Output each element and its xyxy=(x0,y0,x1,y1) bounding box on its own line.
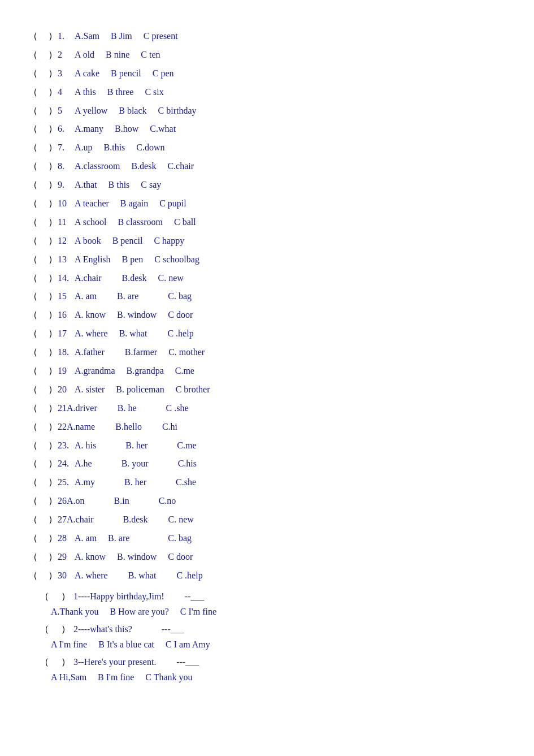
q-number: 12 xyxy=(58,233,75,248)
bracket-right: ） xyxy=(38,549,58,565)
bracket-left: （ xyxy=(28,270,38,287)
q-number: 24. xyxy=(58,456,75,471)
bracket-right: ） xyxy=(38,326,58,342)
q-content: A.father B.farmer C. mother xyxy=(75,344,506,360)
bracket-right: ） xyxy=(38,382,58,398)
question-row: （ ） 8. A.classroom B.desk C.chair xyxy=(28,158,506,175)
question-row: （ ） 1. A.Sam B Jim C present xyxy=(28,28,506,45)
question-row: （ ） 5 A yellow B black C birthday xyxy=(28,103,506,119)
bracket-right: ） xyxy=(38,270,58,287)
q-content: A. know B. window C door xyxy=(75,549,506,564)
bracket-left: （ xyxy=(28,177,38,193)
question-row: （ ） 17 A. where B. what C .help xyxy=(28,326,506,342)
question-row: （ ） 3 A cake B pencil C pen xyxy=(28,66,506,82)
bracket-right: ） xyxy=(38,307,58,323)
sub-q-prompt: 2----what's this? ---___ xyxy=(73,624,184,634)
question-row: （ ） 27A. chair B.desk C. new xyxy=(28,512,506,528)
q-number: 19 xyxy=(58,363,75,378)
bracket-left: （ xyxy=(28,140,38,156)
bracket-left: （ xyxy=(28,568,38,584)
bracket-right: ） xyxy=(38,438,58,454)
sub-question: （ ） 2----what's this? ---___ xyxy=(40,623,506,636)
bracket-left: （ xyxy=(28,158,38,175)
bracket-left: （ xyxy=(28,47,38,63)
bracket-left: （ xyxy=(28,196,38,212)
q-content: A this B three C six xyxy=(75,84,506,100)
bracket-left: （ xyxy=(28,307,38,323)
bracket-left: （ xyxy=(28,252,38,268)
q-content: A school B classroom C ball xyxy=(75,214,506,230)
bracket-left: （ xyxy=(28,493,38,509)
question-row: （ ） 28 A. am B. are C. bag xyxy=(28,530,506,547)
q-number: 15 xyxy=(58,288,75,304)
bracket-left: （ xyxy=(28,474,38,491)
bracket-right: ） xyxy=(61,590,71,603)
sub-question: （ ） 1----Happy birthday,Jim! --___ xyxy=(40,590,506,603)
bracket-left: （ xyxy=(28,326,38,342)
bracket-left: （ xyxy=(28,233,38,249)
q-content: on B.in C.no xyxy=(76,493,506,508)
bracket-right: ） xyxy=(61,655,71,668)
q-content: A. where B. what C .help xyxy=(75,568,506,583)
bracket-right: ） xyxy=(38,493,58,509)
question-row: （ ） 18. A.father B.farmer C. mother xyxy=(28,344,506,361)
bracket-right: ） xyxy=(38,66,58,82)
bracket-left: （ xyxy=(28,84,38,101)
bracket-right: ） xyxy=(38,158,58,175)
question-row: （ ） 19 A.grandma B.grandpa C.me xyxy=(28,363,506,379)
bracket-left: （ xyxy=(28,400,38,417)
bracket-right: ） xyxy=(38,456,58,472)
q-number: 23. xyxy=(58,438,75,453)
q-content: A. his B. her C.me xyxy=(75,438,506,453)
sub-answer: A.Thank you B How are you? C I'm fine xyxy=(51,604,506,619)
bracket-left: （ xyxy=(28,344,38,361)
bracket-left: （ xyxy=(28,28,38,45)
q-content: A.my B. her C.she xyxy=(75,474,506,490)
bracket-right: ） xyxy=(38,121,58,137)
question-row: （ ） 10 A teacher B again C pupil xyxy=(28,196,506,212)
bracket-left: （ xyxy=(28,288,38,305)
bracket-right: ） xyxy=(38,400,58,417)
bracket-right: ） xyxy=(38,344,58,361)
bracket-right: ） xyxy=(38,28,58,45)
bracket-left: （ xyxy=(40,590,59,603)
bracket-right: ） xyxy=(38,512,58,528)
q-number: 9. xyxy=(58,177,75,192)
question-row: （ ） 4 A this B three C six xyxy=(28,84,506,101)
sub-answer: A Hi,Sam B I'm fine C Thank you xyxy=(51,669,506,685)
bracket-right: ） xyxy=(38,419,58,435)
bracket-left: （ xyxy=(28,419,38,435)
q-content: A.that B this C say xyxy=(75,177,506,192)
question-row: （ ） 7. A.up B.this C.down xyxy=(28,140,506,156)
q-number: 17 xyxy=(58,326,75,341)
bracket-right: ） xyxy=(38,177,58,193)
question-row: （ ） 6. A.many B.how C.what xyxy=(28,121,506,137)
q-number: 21A. xyxy=(58,400,76,416)
bracket-left: （ xyxy=(28,121,38,137)
bracket-left: （ xyxy=(28,214,38,231)
question-row: （ ） 11 A school B classroom C ball xyxy=(28,214,506,231)
q-number: 2 xyxy=(58,47,75,62)
q-content: A book B pencil C happy xyxy=(75,233,506,248)
question-row: （ ） 12 A book B pencil C happy xyxy=(28,233,506,249)
bracket-right: ） xyxy=(38,530,58,547)
q-content: A.he B. your C.his xyxy=(75,456,506,471)
sub-q-prompt: 1----Happy birthday,Jim! --___ xyxy=(73,591,204,601)
question-row: （ ） 2 A old B nine C ten xyxy=(28,47,506,63)
question-row: （ ） 30 A. where B. what C .help xyxy=(28,568,506,584)
question-row: （ ） 13 A English B pen C schoolbag xyxy=(28,252,506,268)
q-content: A old B nine C ten xyxy=(75,47,506,62)
q-content: driver B. he C .she xyxy=(76,400,506,416)
q-number: 26A. xyxy=(58,493,76,508)
q-number: 22A. xyxy=(58,419,76,434)
question-row: （ ） 29 A. know B. window C door xyxy=(28,549,506,565)
q-number: 18. xyxy=(58,344,75,360)
bracket-right: ） xyxy=(38,196,58,212)
q-content: A teacher B again C pupil xyxy=(75,196,506,211)
q-content: A. sister B. policeman C brother xyxy=(75,382,506,397)
bracket-left: （ xyxy=(28,438,38,454)
bracket-right: ） xyxy=(38,84,58,101)
question-row: （ ） 21A. driver B. he C .she xyxy=(28,400,506,417)
sub-q-prompt: 3--Here's your present. ---___ xyxy=(73,657,199,667)
q-number: 30 xyxy=(58,568,75,583)
